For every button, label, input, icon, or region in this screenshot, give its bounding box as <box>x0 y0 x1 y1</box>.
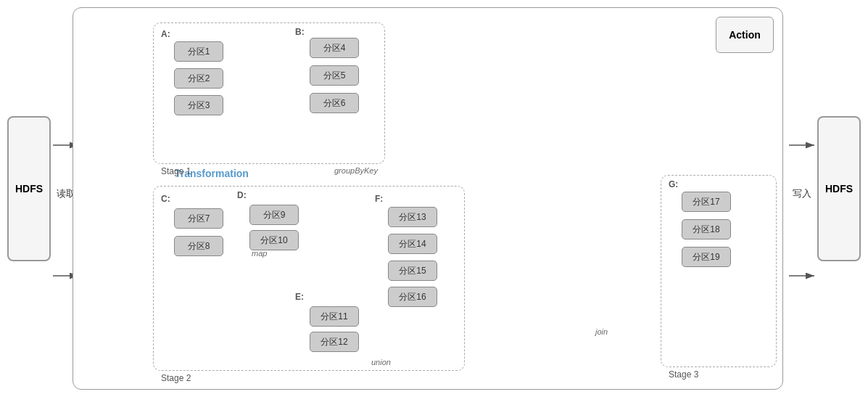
partition-19: 分区19 <box>682 247 731 267</box>
partition-18: 分区18 <box>682 219 731 240</box>
stage2-box: Stage 2 C: 分区7 分区8 D: 分区9 分区10 map E: 分区… <box>153 186 465 371</box>
partition-5: 分区5 <box>310 65 359 86</box>
groupbykey-label: groupByKey <box>334 166 378 175</box>
group-b-label: B: <box>295 27 305 37</box>
join-label: join <box>595 327 608 336</box>
partition-1: 分区1 <box>174 41 223 62</box>
partition-6: 分区6 <box>310 93 359 113</box>
partition-15: 分区15 <box>388 261 437 281</box>
partition-4: 分区4 <box>310 38 359 58</box>
action-label: Action <box>729 29 761 41</box>
group-e-label: E: <box>295 292 304 302</box>
partition-2: 分区2 <box>174 68 223 89</box>
partition-13: 分区13 <box>388 207 437 227</box>
group-g-label: G: <box>669 179 678 189</box>
partition-17: 分区17 <box>682 192 731 212</box>
map-label: map <box>252 249 267 258</box>
partition-11: 分区11 <box>310 306 359 327</box>
partition-12: 分区12 <box>310 332 359 352</box>
partition-9: 分区9 <box>249 205 299 225</box>
group-f-label: F: <box>375 194 383 204</box>
stage3-box: Stage 3 G: 分区17 分区18 分区19 <box>661 175 777 367</box>
partition-14: 分区14 <box>388 234 437 254</box>
write-label: 写入 <box>793 187 811 200</box>
partition-10: 分区10 <box>249 230 299 250</box>
group-d-label: D: <box>237 190 247 200</box>
hdfs-right: HDFS <box>817 116 861 261</box>
union-label: union <box>371 358 391 367</box>
outer-box: Transformation Action Stage 1 A: 分区1 分区2… <box>73 7 783 390</box>
hdfs-left-label: HDFS <box>15 183 43 195</box>
partition-8: 分区8 <box>174 236 223 256</box>
partition-16: 分区16 <box>388 287 437 307</box>
stage3-label: Stage 3 <box>669 369 698 380</box>
group-a-label: A: <box>161 29 170 39</box>
stage2-label: Stage 2 <box>161 373 191 383</box>
main-container: HDFS 读取 HDFS 写入 Transformation Action St… <box>0 0 868 397</box>
group-c-label: C: <box>161 194 170 204</box>
partition-3: 分区3 <box>174 95 223 115</box>
partition-7: 分区7 <box>174 208 223 229</box>
hdfs-right-label: HDFS <box>825 183 853 195</box>
stage1-label: Stage 1 <box>161 166 191 176</box>
hdfs-left: HDFS <box>7 116 51 261</box>
action-box: Action <box>716 17 774 53</box>
stage1-box: Stage 1 A: 分区1 分区2 分区3 B: 分区4 分区5 分区6 <box>153 22 385 164</box>
